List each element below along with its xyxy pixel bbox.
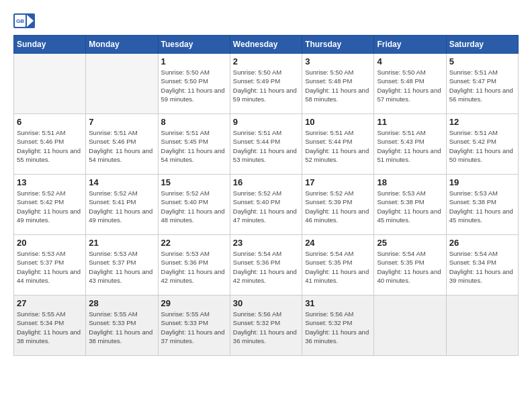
day-detail: Sunrise: 5:51 AMSunset: 5:42 PMDaylight:… (449, 128, 515, 164)
day-number: 23 (233, 238, 299, 248)
calendar-week-row: 6Sunrise: 5:51 AMSunset: 5:46 PMDaylight… (14, 114, 519, 175)
calendar-cell: 19Sunrise: 5:53 AMSunset: 5:38 PMDayligh… (446, 175, 518, 235)
calendar-cell: 21Sunrise: 5:53 AMSunset: 5:37 PMDayligh… (86, 235, 158, 295)
column-header-thursday: Thursday (302, 36, 374, 54)
calendar-cell: 26Sunrise: 5:54 AMSunset: 5:34 PMDayligh… (446, 235, 518, 295)
day-number: 2 (233, 56, 299, 66)
calendar-cell: 20Sunrise: 5:53 AMSunset: 5:37 PMDayligh… (14, 235, 86, 295)
day-number: 12 (449, 117, 515, 127)
calendar-cell: 28Sunrise: 5:55 AMSunset: 5:33 PMDayligh… (86, 295, 158, 356)
day-detail: Sunrise: 5:51 AMSunset: 5:46 PMDaylight:… (89, 128, 154, 164)
calendar-cell: 5Sunrise: 5:51 AMSunset: 5:47 PMDaylight… (446, 54, 518, 114)
day-detail: Sunrise: 5:51 AMSunset: 5:47 PMDaylight:… (449, 68, 515, 103)
calendar-cell: 24Sunrise: 5:54 AMSunset: 5:35 PMDayligh… (302, 235, 374, 295)
day-number: 10 (305, 117, 371, 127)
day-number: 11 (377, 117, 443, 127)
day-detail: Sunrise: 5:52 AMSunset: 5:41 PMDaylight:… (89, 189, 154, 224)
calendar-cell: 29Sunrise: 5:55 AMSunset: 5:33 PMDayligh… (158, 295, 230, 356)
column-header-saturday: Saturday (446, 36, 518, 54)
day-number: 14 (89, 177, 154, 187)
day-detail: Sunrise: 5:51 AMSunset: 5:43 PMDaylight:… (377, 128, 443, 164)
calendar-cell: 18Sunrise: 5:53 AMSunset: 5:38 PMDayligh… (374, 175, 446, 235)
column-header-wednesday: Wednesday (230, 36, 302, 54)
day-detail: Sunrise: 5:54 AMSunset: 5:35 PMDaylight:… (377, 249, 443, 285)
svg-text:GB: GB (16, 18, 24, 24)
day-number: 27 (17, 298, 83, 308)
day-number: 1 (161, 56, 227, 66)
day-number: 15 (161, 177, 227, 187)
day-number: 4 (377, 56, 443, 66)
day-detail: Sunrise: 5:51 AMSunset: 5:44 PMDaylight:… (233, 128, 299, 164)
calendar-cell (374, 295, 446, 356)
day-detail: Sunrise: 5:53 AMSunset: 5:38 PMDaylight:… (449, 189, 515, 224)
day-number: 24 (305, 238, 371, 248)
logo: GB (13, 13, 38, 28)
day-detail: Sunrise: 5:55 AMSunset: 5:33 PMDaylight:… (161, 310, 227, 345)
day-number: 13 (17, 177, 83, 187)
calendar-cell (446, 295, 518, 356)
calendar-cell: 6Sunrise: 5:51 AMSunset: 5:46 PMDaylight… (14, 114, 86, 175)
day-number: 17 (305, 177, 371, 187)
day-number: 7 (89, 117, 154, 127)
calendar-cell: 10Sunrise: 5:51 AMSunset: 5:44 PMDayligh… (302, 114, 374, 175)
calendar-cell: 13Sunrise: 5:52 AMSunset: 5:42 PMDayligh… (14, 175, 86, 235)
calendar-cell: 9Sunrise: 5:51 AMSunset: 5:44 PMDaylight… (230, 114, 302, 175)
calendar-header-row: SundayMondayTuesdayWednesdayThursdayFrid… (14, 36, 519, 54)
day-detail: Sunrise: 5:50 AMSunset: 5:49 PMDaylight:… (233, 68, 299, 103)
logo-icon: GB (13, 13, 35, 28)
calendar-cell: 4Sunrise: 5:50 AMSunset: 5:48 PMDaylight… (374, 54, 446, 114)
calendar-cell: 30Sunrise: 5:56 AMSunset: 5:32 PMDayligh… (230, 295, 302, 356)
day-number: 20 (17, 238, 83, 248)
day-detail: Sunrise: 5:56 AMSunset: 5:32 PMDaylight:… (233, 310, 299, 345)
day-number: 22 (161, 238, 227, 248)
calendar-table: SundayMondayTuesdayWednesdayThursdayFrid… (13, 35, 519, 356)
calendar-cell: 23Sunrise: 5:54 AMSunset: 5:36 PMDayligh… (230, 235, 302, 295)
calendar-cell: 1Sunrise: 5:50 AMSunset: 5:50 PMDaylight… (158, 54, 230, 114)
calendar-week-row: 27Sunrise: 5:55 AMSunset: 5:34 PMDayligh… (14, 295, 519, 356)
calendar-cell: 25Sunrise: 5:54 AMSunset: 5:35 PMDayligh… (374, 235, 446, 295)
calendar-cell: 3Sunrise: 5:50 AMSunset: 5:48 PMDaylight… (302, 54, 374, 114)
day-number: 30 (233, 298, 299, 308)
day-detail: Sunrise: 5:51 AMSunset: 5:46 PMDaylight:… (17, 128, 83, 164)
day-number: 5 (449, 56, 515, 66)
calendar-cell (86, 54, 158, 114)
day-detail: Sunrise: 5:51 AMSunset: 5:45 PMDaylight:… (161, 128, 227, 164)
calendar-cell (14, 54, 86, 114)
day-number: 3 (305, 56, 371, 66)
day-detail: Sunrise: 5:55 AMSunset: 5:34 PMDaylight:… (17, 310, 83, 345)
calendar-cell: 7Sunrise: 5:51 AMSunset: 5:46 PMDaylight… (86, 114, 158, 175)
day-number: 21 (89, 238, 154, 248)
calendar-cell: 22Sunrise: 5:53 AMSunset: 5:36 PMDayligh… (158, 235, 230, 295)
day-detail: Sunrise: 5:56 AMSunset: 5:32 PMDaylight:… (305, 310, 371, 345)
day-detail: Sunrise: 5:50 AMSunset: 5:50 PMDaylight:… (161, 68, 227, 103)
column-header-monday: Monday (86, 36, 158, 54)
column-header-tuesday: Tuesday (158, 36, 230, 54)
day-number: 29 (161, 298, 227, 308)
day-detail: Sunrise: 5:52 AMSunset: 5:40 PMDaylight:… (233, 189, 299, 224)
calendar-week-row: 13Sunrise: 5:52 AMSunset: 5:42 PMDayligh… (14, 175, 519, 235)
calendar-cell: 15Sunrise: 5:52 AMSunset: 5:40 PMDayligh… (158, 175, 230, 235)
page-header: GB (13, 13, 519, 28)
day-number: 8 (161, 117, 227, 127)
calendar-cell: 11Sunrise: 5:51 AMSunset: 5:43 PMDayligh… (374, 114, 446, 175)
day-number: 6 (17, 117, 83, 127)
day-detail: Sunrise: 5:53 AMSunset: 5:36 PMDaylight:… (161, 249, 227, 285)
day-detail: Sunrise: 5:53 AMSunset: 5:37 PMDaylight:… (89, 249, 154, 285)
day-detail: Sunrise: 5:52 AMSunset: 5:39 PMDaylight:… (305, 189, 371, 224)
day-number: 9 (233, 117, 299, 127)
column-header-friday: Friday (374, 36, 446, 54)
calendar-cell: 17Sunrise: 5:52 AMSunset: 5:39 PMDayligh… (302, 175, 374, 235)
day-number: 26 (449, 238, 515, 248)
day-number: 28 (89, 298, 154, 308)
day-detail: Sunrise: 5:50 AMSunset: 5:48 PMDaylight:… (305, 68, 371, 103)
day-number: 18 (377, 177, 443, 187)
calendar-cell: 8Sunrise: 5:51 AMSunset: 5:45 PMDaylight… (158, 114, 230, 175)
calendar-cell: 14Sunrise: 5:52 AMSunset: 5:41 PMDayligh… (86, 175, 158, 235)
calendar-cell: 27Sunrise: 5:55 AMSunset: 5:34 PMDayligh… (14, 295, 86, 356)
day-detail: Sunrise: 5:53 AMSunset: 5:37 PMDaylight:… (17, 249, 83, 285)
day-detail: Sunrise: 5:50 AMSunset: 5:48 PMDaylight:… (377, 68, 443, 103)
day-detail: Sunrise: 5:52 AMSunset: 5:40 PMDaylight:… (161, 189, 227, 224)
calendar-cell: 31Sunrise: 5:56 AMSunset: 5:32 PMDayligh… (302, 295, 374, 356)
day-detail: Sunrise: 5:55 AMSunset: 5:33 PMDaylight:… (89, 310, 154, 345)
day-number: 16 (233, 177, 299, 187)
